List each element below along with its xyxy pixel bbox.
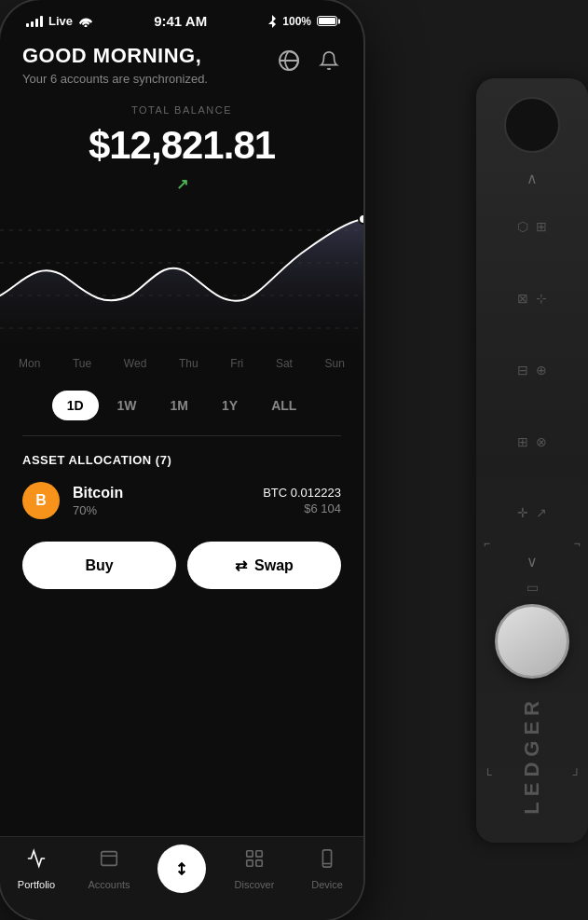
- svg-point-4: [359, 214, 363, 224]
- greeting-subtitle: Your 6 accounts are synchronized.: [22, 72, 208, 86]
- ledger-icon-2: ⊞: [536, 195, 547, 259]
- nav-center[interactable]: [145, 848, 218, 893]
- asset-name: Bitcoin: [73, 485, 250, 501]
- swap-label: Swap: [254, 557, 294, 574]
- asset-allocation-title: ASSET ALLOCATION (7): [22, 453, 341, 467]
- day-wed: Wed: [124, 357, 146, 370]
- balance-section: TOTAL BALANCE $12,821.81 ↗: [0, 86, 363, 202]
- ledger-small-icon: ▭: [526, 580, 539, 595]
- ledger-icon-7: ⊞: [517, 409, 528, 474]
- chart-section: Mon Tue Wed Thu Fri Sat Sun: [0, 202, 363, 379]
- ledger-body: ∧ ⬡ ⊞ ⊠ ⊹ ⊟ ⊕ ⊞ ⊗ ✛ ↗ ∨ ▭ LEDGER ⌐: [476, 78, 588, 843]
- nav-discover[interactable]: Discover: [218, 848, 291, 890]
- ledger-icon-8: ⊗: [536, 409, 547, 474]
- chart-container: [0, 202, 363, 351]
- nav-device[interactable]: Device: [291, 848, 363, 890]
- signal-icon: [26, 16, 43, 27]
- svg-rect-10: [247, 860, 253, 866]
- accounts-nav-label: Accounts: [88, 879, 130, 890]
- ledger-icon-10: ↗: [536, 481, 547, 545]
- day-tue: Tue: [73, 357, 91, 370]
- day-sun: Sun: [325, 357, 345, 370]
- nav-portfolio[interactable]: Portfolio: [0, 848, 73, 890]
- bitcoin-icon: B: [22, 482, 60, 519]
- bottom-nav: Portfolio Accounts: [0, 836, 363, 920]
- phone-screen: Live 9:41 AM 100% GOOD MORNING,: [0, 0, 363, 920]
- ledger-up-chevron: ∧: [526, 170, 538, 187]
- ledger-scroll-wheel[interactable]: [495, 604, 569, 679]
- wifi-icon: [78, 16, 93, 27]
- portfolio-nav-label: Portfolio: [18, 879, 55, 890]
- buy-button[interactable]: Buy: [22, 542, 176, 589]
- ledger-icon-3: ⊠: [517, 266, 528, 330]
- asset-fiat-amount: $6 104: [263, 501, 341, 515]
- balance-amount: $12,821.81: [22, 123, 341, 168]
- asset-name-wrap: Bitcoin 70%: [73, 485, 250, 517]
- ledger-bracket-br: ┘: [572, 768, 581, 781]
- ledger-icon-9: ✛: [517, 481, 528, 545]
- asset-values: BTC 0.012223 $6 104: [263, 486, 341, 515]
- greeting-title: GOOD MORNING,: [22, 44, 208, 68]
- status-left: Live: [26, 14, 93, 28]
- time-btn-1m[interactable]: 1M: [156, 391, 203, 420]
- ledger-icons-grid: ⬡ ⊞ ⊠ ⊹ ⊟ ⊕ ⊞ ⊗ ✛ ↗: [513, 195, 551, 545]
- time-btn-all[interactable]: ALL: [256, 391, 311, 420]
- ledger-icon-5: ⊟: [517, 337, 528, 402]
- ledger-bracket-tr: ⌐: [574, 537, 581, 550]
- status-right: 100%: [267, 14, 337, 29]
- status-time: 9:41 AM: [154, 13, 207, 29]
- accounts-nav-icon: [99, 848, 119, 874]
- asset-crypto-amount: BTC 0.012223: [263, 486, 341, 500]
- battery-icon: [317, 16, 337, 26]
- balance-change: ↗: [22, 175, 341, 193]
- asset-section: ASSET ALLOCATION (7) B Bitcoin 70% BTC 0…: [0, 436, 363, 530]
- center-action-button[interactable]: [157, 844, 206, 893]
- discover-nav-icon: [244, 848, 265, 874]
- status-bar: Live 9:41 AM 100%: [0, 0, 363, 34]
- header: GOOD MORNING, Your 6 accounts are synchr…: [0, 34, 363, 86]
- ledger-bracket-tl: ⌐: [484, 537, 490, 550]
- chart-day-labels: Mon Tue Wed Thu Fri Sat Sun: [0, 351, 363, 370]
- battery-label: 100%: [282, 15, 311, 28]
- day-fri: Fri: [230, 357, 243, 370]
- swap-icon: ⇄: [235, 556, 247, 574]
- nav-accounts[interactable]: Accounts: [73, 848, 145, 890]
- portfolio-icon-button[interactable]: [276, 48, 302, 78]
- time-btn-1d[interactable]: 1D: [52, 391, 99, 420]
- svg-rect-9: [256, 851, 262, 857]
- ledger-bracket-bl: └: [484, 768, 492, 781]
- device-nav-icon: [317, 848, 337, 874]
- ledger-device: ∧ ⬡ ⊞ ⊠ ⊹ ⊟ ⊕ ⊞ ⊗ ✛ ↗ ∨ ▭ LEDGER ⌐: [476, 78, 588, 843]
- time-selector: 1D 1W 1M 1Y ALL: [0, 391, 363, 420]
- notification-button[interactable]: [317, 48, 341, 77]
- ledger-icon-6: ⊕: [536, 337, 547, 402]
- ledger-icon-4: ⊹: [536, 266, 547, 330]
- portfolio-nav-icon: [26, 848, 47, 874]
- day-thu: Thu: [179, 357, 198, 370]
- cta-row: Buy ⇄ Swap: [0, 530, 363, 604]
- greeting-section: GOOD MORNING, Your 6 accounts are synchr…: [22, 44, 208, 86]
- time-btn-1w[interactable]: 1W: [103, 391, 152, 420]
- change-icon: ↗: [176, 175, 188, 193]
- svg-rect-8: [247, 851, 253, 857]
- svg-rect-11: [256, 860, 262, 866]
- svg-rect-5: [102, 852, 117, 866]
- ledger-brand-text: LEDGER: [520, 686, 544, 824]
- day-mon: Mon: [19, 357, 40, 370]
- day-sat: Sat: [276, 357, 293, 370]
- bluetooth-icon: [267, 14, 277, 29]
- device-nav-label: Device: [311, 879, 343, 890]
- carrier-label: Live: [48, 14, 73, 28]
- balance-label: TOTAL BALANCE: [22, 104, 341, 116]
- header-icons: [276, 44, 341, 78]
- time-btn-1y[interactable]: 1Y: [207, 391, 253, 420]
- ledger-top-circle: [504, 97, 560, 153]
- swap-button[interactable]: ⇄ Swap: [187, 542, 341, 589]
- ledger-icon-1: ⬡: [517, 195, 528, 259]
- asset-percentage: 70%: [73, 503, 250, 517]
- discover-nav-label: Discover: [235, 879, 275, 890]
- svg-rect-12: [322, 850, 331, 867]
- bitcoin-asset-item[interactable]: B Bitcoin 70% BTC 0.012223 $6 104: [22, 482, 341, 519]
- buy-label: Buy: [85, 557, 113, 574]
- ledger-down-chevron: ∨: [526, 553, 538, 570]
